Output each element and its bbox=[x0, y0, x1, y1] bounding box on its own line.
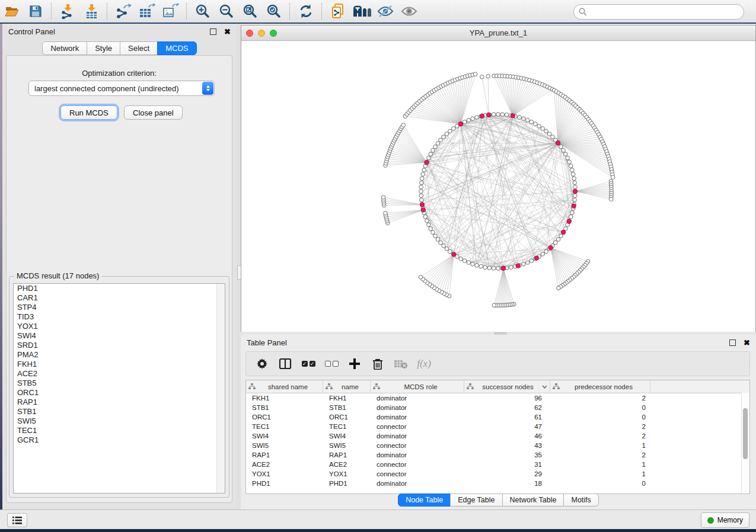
tab-style[interactable]: Style bbox=[87, 41, 120, 55]
network-node[interactable] bbox=[448, 129, 452, 133]
mcds-result-item[interactable]: FKH1 bbox=[14, 360, 225, 369]
network-node[interactable] bbox=[573, 181, 577, 185]
network-leaf-node[interactable] bbox=[480, 75, 484, 79]
clear-table-button[interactable] bbox=[392, 355, 410, 373]
network-node[interactable] bbox=[452, 127, 456, 131]
delete-column-button[interactable] bbox=[369, 355, 387, 373]
mcds-result-item[interactable]: SRD1 bbox=[14, 341, 225, 350]
mcds-hub-node[interactable] bbox=[421, 208, 425, 212]
mcds-result-item[interactable]: YOX1 bbox=[14, 322, 225, 331]
table-row[interactable]: RAP1RAP1dominator352 bbox=[246, 450, 749, 460]
network-node[interactable] bbox=[467, 118, 471, 123]
network-leaf-node[interactable] bbox=[486, 74, 490, 78]
network-node[interactable] bbox=[423, 215, 428, 219]
network-node[interactable] bbox=[522, 262, 526, 266]
table-row[interactable]: TEC1TEC1connector472 bbox=[246, 422, 749, 431]
table-row[interactable]: STB1STB1dominator620 bbox=[246, 403, 749, 412]
column-header-shared-name[interactable]: shared name bbox=[246, 380, 323, 393]
network-node[interactable] bbox=[496, 113, 500, 117]
scrollbar-thumb[interactable] bbox=[743, 408, 748, 459]
tab-network[interactable]: Network bbox=[42, 41, 87, 55]
network-node[interactable] bbox=[573, 194, 578, 198]
network-node[interactable] bbox=[544, 129, 548, 133]
network-node[interactable] bbox=[525, 118, 529, 123]
column-header-name[interactable]: name bbox=[323, 380, 371, 393]
mcds-hub-node[interactable] bbox=[420, 203, 424, 207]
mcds-result-item[interactable]: GCR1 bbox=[14, 435, 225, 445]
network-node[interactable] bbox=[559, 234, 563, 238]
mcds-result-item[interactable]: RAP1 bbox=[14, 398, 225, 407]
network-node[interactable] bbox=[525, 261, 529, 265]
tab-motifs[interactable]: Motifs bbox=[563, 493, 598, 507]
network-node[interactable] bbox=[500, 113, 505, 117]
table-row[interactable]: ORC1ORC1dominator610 bbox=[246, 412, 749, 422]
network-node[interactable] bbox=[551, 135, 555, 139]
column-header-MCDS-role[interactable]: MCDS role bbox=[371, 380, 464, 393]
refresh-layout-button[interactable] bbox=[296, 2, 316, 20]
network-node[interactable] bbox=[462, 120, 467, 124]
network-node[interactable] bbox=[544, 249, 548, 254]
show-all-button[interactable] bbox=[399, 2, 419, 20]
network-node[interactable] bbox=[562, 149, 566, 153]
network-node[interactable] bbox=[471, 262, 475, 266]
network-node[interactable] bbox=[570, 211, 575, 215]
network-leaf-node[interactable] bbox=[381, 196, 385, 200]
mcds-result-item[interactable]: TID3 bbox=[14, 312, 225, 322]
network-node[interactable] bbox=[442, 244, 446, 248]
network-node[interactable] bbox=[431, 149, 435, 153]
tab-network-table[interactable]: Network Table bbox=[502, 493, 564, 507]
network-node[interactable] bbox=[572, 177, 576, 181]
network-node[interactable] bbox=[522, 117, 526, 121]
network-node[interactable] bbox=[433, 234, 438, 238]
network-node[interactable] bbox=[573, 198, 577, 202]
network-node[interactable] bbox=[479, 264, 483, 268]
network-node[interactable] bbox=[420, 177, 425, 181]
network-node[interactable] bbox=[429, 152, 433, 156]
network-node[interactable] bbox=[436, 142, 440, 146]
export-image-button[interactable] bbox=[161, 2, 181, 20]
network-node[interactable] bbox=[429, 227, 433, 231]
network-node[interactable] bbox=[496, 267, 500, 271]
run-mcds-button[interactable]: Run MCDS bbox=[60, 105, 117, 120]
mcds-hub-node[interactable] bbox=[567, 219, 571, 223]
network-node[interactable] bbox=[475, 264, 479, 268]
tab-node-table[interactable]: Node Table bbox=[398, 493, 451, 507]
mcds-result-item[interactable]: CAR1 bbox=[14, 293, 225, 303]
select-all-rows-button[interactable]: ✓✓ bbox=[299, 355, 317, 373]
network-node[interactable] bbox=[554, 241, 558, 245]
tab-select[interactable]: Select bbox=[120, 41, 158, 55]
network-node[interactable] bbox=[422, 168, 426, 172]
network-leaf-node[interactable] bbox=[492, 303, 496, 307]
mcds-hub-node[interactable] bbox=[516, 264, 520, 268]
table-row[interactable]: YOX1YOX1connector291 bbox=[246, 469, 749, 479]
network-node[interactable] bbox=[529, 120, 534, 124]
network-node[interactable] bbox=[537, 124, 541, 129]
network-node[interactable] bbox=[442, 135, 446, 139]
mcds-hub-node[interactable] bbox=[480, 114, 484, 118]
mcds-hub-node[interactable] bbox=[452, 252, 456, 257]
table-row[interactable]: FKH1FKH1dominator962 bbox=[246, 393, 749, 403]
network-node[interactable] bbox=[459, 257, 463, 261]
network-node[interactable] bbox=[534, 122, 538, 126]
network-leaf-node[interactable] bbox=[611, 175, 615, 180]
network-node[interactable] bbox=[547, 132, 551, 136]
save-session-button[interactable] bbox=[25, 2, 46, 20]
network-node[interactable] bbox=[518, 116, 522, 120]
mcds-hub-node[interactable] bbox=[501, 266, 505, 270]
table-row[interactable]: PHD1PHD1dominator180 bbox=[246, 479, 749, 488]
mcds-result-item[interactable]: PHD1 bbox=[14, 284, 225, 293]
network-node[interactable] bbox=[573, 185, 578, 189]
network-node[interactable] bbox=[483, 265, 487, 270]
mcds-result-item[interactable]: STB1 bbox=[14, 407, 225, 416]
network-node[interactable] bbox=[439, 138, 443, 142]
network-leaf-node[interactable] bbox=[609, 197, 613, 201]
network-node[interactable] bbox=[541, 252, 545, 257]
tab-mcds[interactable]: MCDS bbox=[157, 41, 196, 55]
export-table-button[interactable] bbox=[137, 2, 157, 20]
column-header-predecessor-nodes[interactable]: predecessor nodes bbox=[550, 380, 650, 393]
mcds-result-item[interactable]: TEC1 bbox=[14, 426, 225, 435]
network-graph[interactable] bbox=[241, 41, 755, 332]
mcds-hub-node[interactable] bbox=[562, 230, 566, 234]
vertical-splitter[interactable] bbox=[237, 24, 241, 509]
function-builder-button[interactable]: f(x) bbox=[415, 355, 433, 373]
